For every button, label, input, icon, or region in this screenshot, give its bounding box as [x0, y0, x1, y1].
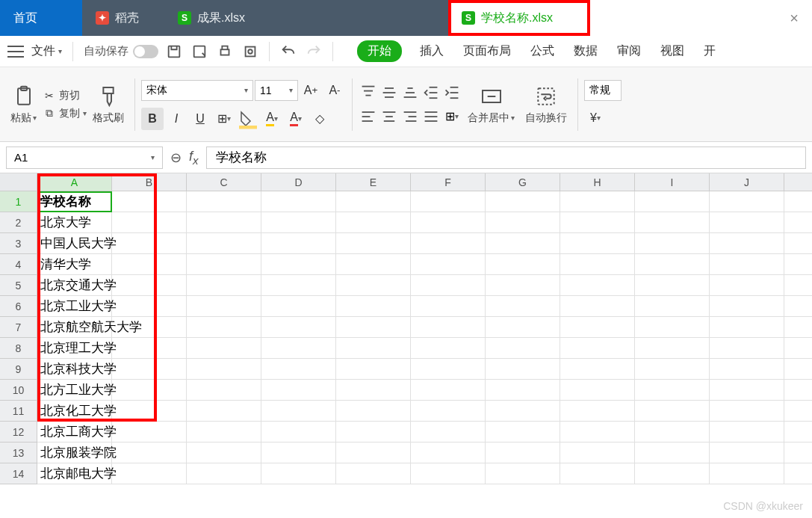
align-center-button[interactable]: [379, 108, 399, 126]
ribbon-tab-formula[interactable]: 公式: [529, 40, 556, 62]
cell-H2[interactable]: [560, 212, 635, 232]
cell-C8[interactable]: [187, 338, 261, 358]
cell-C13[interactable]: [187, 443, 261, 463]
tab-file1[interactable]: S 成果.xlsx: [164, 0, 306, 36]
cell-B9[interactable]: [112, 359, 187, 379]
cell-C1[interactable]: [187, 191, 261, 212]
cell-D1[interactable]: [261, 191, 336, 212]
cell-I1[interactable]: [635, 191, 710, 212]
cell-C12[interactable]: [187, 422, 261, 442]
cell-D12[interactable]: [261, 422, 336, 442]
cell-A12[interactable]: 北京工商大学: [37, 422, 112, 442]
cell-I7[interactable]: [635, 317, 710, 337]
tab-daoke[interactable]: ✦ 稻壳: [82, 0, 164, 36]
cell-H7[interactable]: [560, 317, 635, 337]
column-header-A[interactable]: A: [37, 173, 112, 191]
cell-E13[interactable]: [336, 443, 411, 463]
cancel-icon[interactable]: ⊖: [170, 149, 182, 166]
cell-J2[interactable]: [710, 212, 784, 232]
column-header-J[interactable]: J: [710, 173, 784, 191]
cell-G1[interactable]: [486, 191, 560, 212]
row-header-1[interactable]: 1: [0, 191, 37, 212]
ribbon-tab-review[interactable]: 审阅: [616, 40, 642, 62]
cell-I8[interactable]: [635, 338, 710, 358]
cell-J1[interactable]: [710, 191, 784, 212]
row-header-2[interactable]: 2: [0, 212, 37, 233]
cell-A6[interactable]: 北京工业大学: [37, 296, 112, 316]
cell-E6[interactable]: [336, 296, 411, 316]
cell-J9[interactable]: [710, 359, 784, 379]
cell-J7[interactable]: [710, 317, 784, 337]
currency-button[interactable]: ¥▾: [584, 107, 607, 129]
cell-F11[interactable]: [411, 401, 486, 421]
cell-C10[interactable]: [187, 380, 261, 400]
row-header-7[interactable]: 7: [0, 317, 37, 338]
redo-icon[interactable]: [306, 43, 322, 60]
cell-E12[interactable]: [336, 422, 411, 442]
cell-I4[interactable]: [635, 254, 710, 274]
wrap-text-button[interactable]: 自动换行: [521, 84, 571, 125]
cell-C5[interactable]: [187, 275, 261, 295]
cell-E8[interactable]: [336, 338, 411, 358]
cell-I12[interactable]: [635, 422, 710, 442]
name-box[interactable]: A1 ▾: [6, 147, 163, 169]
increase-font-button[interactable]: A+: [300, 79, 322, 102]
cell-F9[interactable]: [411, 359, 486, 379]
cell-J10[interactable]: [710, 380, 784, 400]
formula-input[interactable]: 学校名称: [206, 147, 806, 169]
align-left-button[interactable]: [359, 108, 378, 126]
cell-A10[interactable]: 北方工业大学: [37, 380, 112, 400]
cell-E11[interactable]: [336, 401, 411, 421]
cell-B14[interactable]: [112, 463, 187, 484]
cell-H12[interactable]: [560, 422, 635, 442]
bold-button[interactable]: B: [141, 108, 164, 130]
cell-A13[interactable]: 北京服装学院: [37, 443, 112, 463]
hamburger-icon[interactable]: [7, 46, 24, 58]
cell-B11[interactable]: [112, 401, 187, 421]
column-header-E[interactable]: E: [336, 173, 411, 191]
cell-J4[interactable]: [710, 254, 784, 274]
cut-button[interactable]: ✂剪切: [43, 89, 87, 102]
cell-F1[interactable]: [411, 191, 486, 212]
cell-C11[interactable]: [187, 401, 261, 421]
cell-G4[interactable]: [486, 254, 560, 274]
cell-A14[interactable]: 北京邮电大学: [37, 463, 112, 484]
ribbon-tab-layout[interactable]: 页面布局: [462, 40, 512, 62]
cell-H9[interactable]: [560, 359, 635, 379]
cell-C3[interactable]: [187, 233, 261, 253]
select-all-corner[interactable]: [0, 173, 37, 191]
align-right-button[interactable]: [400, 108, 420, 126]
cell-G2[interactable]: [486, 212, 560, 232]
cell-C9[interactable]: [187, 359, 261, 379]
align-bottom-button[interactable]: [400, 84, 420, 102]
cell-B6[interactable]: [112, 296, 187, 316]
cell-B12[interactable]: [112, 422, 187, 442]
column-header-H[interactable]: H: [560, 173, 635, 191]
ribbon-tab-dev[interactable]: 开: [702, 40, 717, 62]
cell-C4[interactable]: [187, 254, 261, 274]
column-header-C[interactable]: C: [187, 173, 261, 191]
cell-F3[interactable]: [411, 233, 486, 253]
cell-F13[interactable]: [411, 443, 486, 463]
cell-H14[interactable]: [560, 463, 635, 484]
cell-E3[interactable]: [336, 233, 411, 253]
cell-C6[interactable]: [187, 296, 261, 316]
row-header-13[interactable]: 13: [0, 443, 37, 463]
cell-I6[interactable]: [635, 296, 710, 316]
cell-F7[interactable]: [411, 317, 486, 337]
cell-F10[interactable]: [411, 380, 486, 400]
cell-I14[interactable]: [635, 463, 710, 484]
row-header-3[interactable]: 3: [0, 233, 37, 254]
cell-H4[interactable]: [560, 254, 635, 274]
cell-G7[interactable]: [486, 317, 560, 337]
save-as-icon[interactable]: [191, 43, 208, 60]
close-icon[interactable]: ×: [790, 10, 799, 27]
border-button[interactable]: ⊞▾: [213, 108, 235, 130]
cell-H1[interactable]: [560, 191, 635, 212]
cell-B7[interactable]: [112, 317, 187, 337]
align-middle-button[interactable]: [379, 84, 399, 102]
cell-F6[interactable]: [411, 296, 486, 316]
row-header-8[interactable]: 8: [0, 338, 37, 359]
tab-home[interactable]: 首页: [0, 0, 82, 36]
cell-I3[interactable]: [635, 233, 710, 253]
